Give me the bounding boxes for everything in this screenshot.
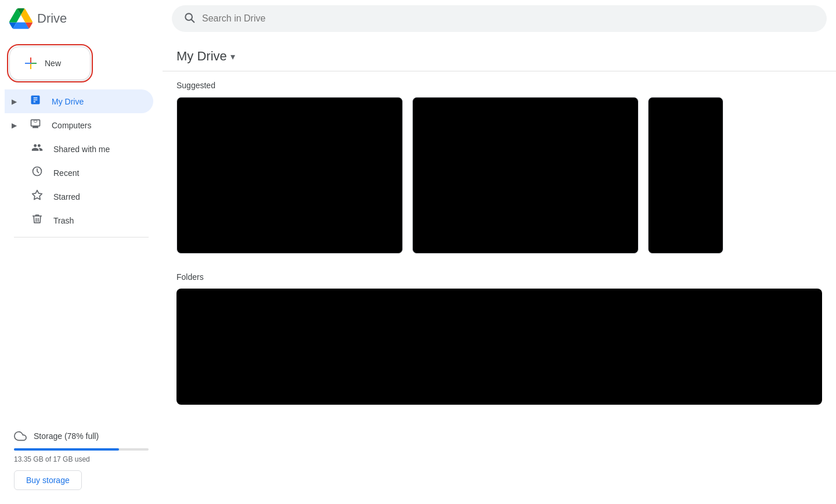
recent-label: Recent xyxy=(53,168,79,178)
sidebar-divider xyxy=(14,237,149,237)
drive-logo-icon xyxy=(9,7,33,30)
trash-label: Trash xyxy=(53,216,74,225)
svg-rect-4 xyxy=(30,57,31,63)
buy-storage-button[interactable]: Buy storage xyxy=(14,470,82,490)
storage-bar-background xyxy=(14,448,149,451)
search-input[interactable] xyxy=(202,13,815,24)
suggested-card-2[interactable] xyxy=(412,97,639,254)
cloud-icon xyxy=(14,430,27,442)
folders-area xyxy=(176,289,822,405)
search-bar[interactable] xyxy=(172,5,827,32)
computers-chevron: ▶ xyxy=(12,121,17,129)
content-title-text: My Drive xyxy=(176,49,227,64)
storage-used-text: 13.35 GB of 17 GB used xyxy=(14,455,149,463)
computers-icon xyxy=(28,118,42,132)
sidebar-item-shared-with-me[interactable]: Shared with me xyxy=(5,137,153,161)
storage-text: Storage (78% full) xyxy=(34,431,99,441)
storage-section: Storage (78% full) 13.35 GB of 17 GB use… xyxy=(5,423,158,497)
content-title: My Drive ▾ xyxy=(176,49,235,64)
sidebar-item-my-drive[interactable]: ▶ My Drive xyxy=(5,89,153,113)
suggested-label: Suggested xyxy=(163,71,836,97)
my-drive-icon xyxy=(28,94,42,109)
search-icon xyxy=(183,12,195,26)
suggested-card-1[interactable] xyxy=(176,97,403,254)
shared-with-me-label: Shared with me xyxy=(53,145,110,154)
my-drive-label: My Drive xyxy=(52,97,84,106)
computers-label: Computers xyxy=(52,121,91,130)
suggested-grid xyxy=(163,97,836,268)
sidebar-item-computers[interactable]: ▶ Computers xyxy=(5,113,153,137)
new-button[interactable]: New xyxy=(9,46,91,80)
suggested-card-3[interactable] xyxy=(648,97,723,254)
svg-rect-8 xyxy=(34,120,37,122)
svg-marker-10 xyxy=(33,190,42,200)
starred-label: Starred xyxy=(53,192,80,201)
sidebar-item-starred[interactable]: Starred xyxy=(5,185,153,208)
new-button-wrap: New xyxy=(5,44,158,89)
recent-icon xyxy=(30,165,44,180)
app-header: Drive xyxy=(0,0,836,37)
my-drive-chevron: ▶ xyxy=(12,98,17,106)
svg-rect-5 xyxy=(31,63,37,64)
logo-area: Drive xyxy=(9,7,172,30)
svg-rect-7 xyxy=(25,63,30,64)
new-plus-icon xyxy=(24,56,38,70)
starred-icon xyxy=(30,189,44,204)
sidebar: New ▶ My Drive ▶ Computers xyxy=(0,37,163,504)
app-title: Drive xyxy=(37,11,67,26)
storage-label: Storage (78% full) xyxy=(14,430,149,442)
sidebar-item-recent[interactable]: Recent xyxy=(5,161,153,185)
shared-with-me-icon xyxy=(30,142,44,156)
main-layout: New ▶ My Drive ▶ Computers xyxy=(0,37,836,504)
new-button-label: New xyxy=(45,59,61,68)
content-header: My Drive ▾ xyxy=(163,37,836,71)
content-area: My Drive ▾ Suggested Folders xyxy=(163,37,836,504)
trash-icon xyxy=(30,213,44,228)
folders-label: Folders xyxy=(163,268,836,289)
sidebar-item-trash[interactable]: Trash xyxy=(5,208,153,232)
content-title-dropdown[interactable]: ▾ xyxy=(230,51,235,62)
svg-line-1 xyxy=(192,19,194,22)
svg-rect-6 xyxy=(30,64,31,69)
storage-bar-fill xyxy=(14,448,119,451)
